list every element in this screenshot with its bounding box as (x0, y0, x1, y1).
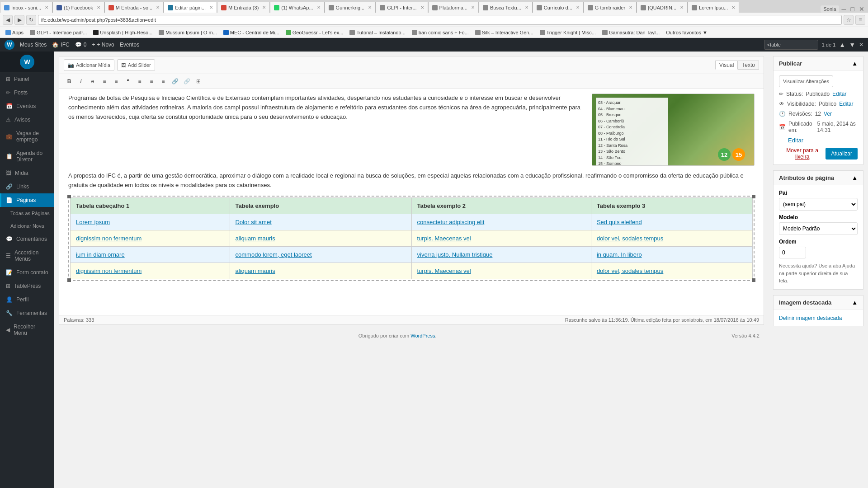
link-button[interactable]: 🔗 (170, 76, 180, 87)
sidebar-item-recolher[interactable]: ◀ Recolher Menu (0, 320, 54, 340)
tab-inbox[interactable]: Inbox - soni... ✕ (0, 2, 52, 13)
align-left-button[interactable]: ≡ (134, 76, 145, 87)
tab-close-misc2[interactable]: ✕ (420, 5, 424, 10)
tab-close-inbox[interactable]: ✕ (45, 5, 48, 10)
sidebar-item-perfil[interactable]: 👤 Perfil (0, 293, 54, 306)
sidebar-item-links[interactable]: 🔗 Links (0, 180, 54, 193)
add-media-button[interactable]: 📷 Adicionar Mídia (64, 59, 114, 71)
cell-link[interactable]: aliquam mauris (236, 235, 275, 242)
refresh-button[interactable]: ↻ (26, 15, 36, 25)
bookmark-gamasutra[interactable]: Gamasutra: Dan Tayl... (599, 28, 662, 37)
cell-link[interactable]: Lorem ipsum (76, 219, 110, 225)
tab-close-misc6[interactable]: ✕ (680, 5, 684, 10)
cell-link[interactable]: dolor vel, sodales tempus (597, 235, 663, 242)
sidebar-item-form[interactable]: 📝 Form contato (0, 266, 54, 279)
sidebar-item-eventos[interactable]: 📅 Eventos (0, 99, 54, 113)
cell-link[interactable]: aliquam mauris (236, 267, 275, 274)
bookmark-unsplash[interactable]: Unsplash | High-Reso... (90, 28, 155, 37)
tab-close-facebook[interactable]: ✕ (97, 5, 100, 10)
close-search-btn[interactable]: ✕ (859, 42, 863, 48)
sidebar-item-tablepress[interactable]: ⊞ TablePress (0, 279, 54, 293)
bookmark-mec[interactable]: MEC - Central de Mi... (221, 28, 282, 37)
tab-facebook[interactable]: (1) Facebook ✕ (52, 2, 104, 13)
cell-link[interactable]: turpis. Maecenas vel (417, 267, 471, 274)
add-slider-button[interactable]: 🖼 Add Slider (117, 59, 155, 71)
tab-text[interactable]: Texto (738, 61, 759, 70)
cell-link[interactable]: dignissim non fermentum (76, 235, 142, 242)
cell-link[interactable]: consectetur adipiscing elit (417, 219, 485, 225)
wp-logo-item[interactable]: W (5, 40, 14, 50)
bookmark-outros[interactable]: Outros favoritos ▼ (663, 28, 710, 37)
sidebar-item-painel[interactable]: ⊞ Painel (0, 72, 54, 86)
tab-misc6[interactable]: [QUADRIN... ✕ (637, 2, 688, 13)
cell-link[interactable]: ium in diam ornare (76, 251, 125, 258)
selection-handle-tr[interactable] (752, 195, 755, 198)
align-center-button[interactable]: ≡ (146, 76, 157, 87)
tab-wp-edit[interactable]: Editar págin... ✕ (164, 2, 217, 13)
published-edit-link[interactable]: Editar (788, 137, 803, 144)
admin-bar-comments[interactable]: 💬 0 (75, 42, 87, 48)
tab-close-misc3[interactable]: ✕ (471, 5, 475, 10)
publish-box-header[interactable]: Publicar ▲ (774, 56, 863, 71)
maximize-btn[interactable]: □ (849, 5, 856, 13)
ordered-list-button[interactable]: ≡ (111, 76, 122, 87)
tab-gmail[interactable]: M Entrada - so... ✕ (104, 2, 164, 13)
page-attributes-header[interactable]: Atributos de página ▲ (774, 171, 863, 185)
tab-close-lorem[interactable]: ✕ (731, 5, 735, 10)
tab-misc2[interactable]: GLPI - Inter... ✕ (376, 2, 428, 13)
tab-close-misc1[interactable]: ✕ (368, 5, 372, 10)
tab-close-tomb[interactable]: ✕ (629, 5, 632, 10)
tab-close-gmail2[interactable]: ✕ (262, 5, 266, 10)
cell-link[interactable]: turpis. Maecenas vel (417, 235, 471, 242)
sidebar-item-avisos[interactable]: ⚠ Avisos (0, 113, 54, 127)
cell-link[interactable]: Sed quis eleifend (597, 219, 642, 225)
admin-bar-events[interactable]: Eventos (120, 42, 139, 48)
forward-button[interactable]: ▶ (14, 15, 24, 25)
bookmark-button[interactable]: ☆ (844, 15, 854, 25)
tab-visual[interactable]: Visual (715, 61, 738, 70)
selection-handle-tl[interactable] (67, 195, 71, 198)
trash-button[interactable]: Mover para a lixeira (779, 147, 826, 160)
admin-bar-new[interactable]: + + Novo (92, 42, 114, 48)
cell-link[interactable]: in quam. In libero (597, 251, 642, 258)
tab-close-gmail[interactable]: ✕ (156, 5, 160, 10)
insert-more-button[interactable]: ⊞ (193, 76, 204, 87)
back-button[interactable]: ◀ (3, 15, 13, 25)
bold-button[interactable]: B (64, 76, 75, 87)
menu-button[interactable]: ≡ (855, 15, 865, 25)
view-changes-button[interactable]: Visualizar Alterações (779, 75, 833, 87)
prev-result-btn[interactable]: ▲ (839, 41, 845, 48)
selection-handle-bl[interactable] (67, 278, 71, 282)
close-browser-btn[interactable]: ✕ (857, 5, 866, 13)
order-input[interactable] (779, 247, 806, 258)
sidebar-item-posts[interactable]: ✏ Posts (0, 86, 54, 99)
bookmark-ban[interactable]: ban comic sans + Fo... (409, 28, 472, 37)
tab-close-misc4[interactable]: ✕ (525, 5, 528, 10)
tab-misc1[interactable]: Gunnerkrig... ✕ (325, 2, 376, 13)
cell-link[interactable]: commodo lorem, eget laoreet (236, 251, 312, 258)
sidebar-item-paginas[interactable]: 📄 Páginas (0, 193, 54, 207)
sidebar-item-accordion[interactable]: ☰ Accordion Menus (0, 246, 54, 266)
tab-misc5[interactable]: Currículo d... ✕ (533, 2, 584, 13)
tab-close-whatsapp[interactable]: ✕ (317, 5, 321, 10)
define-image-link[interactable]: Definir imagem destacada (779, 315, 842, 321)
unordered-list-button[interactable]: ≡ (99, 76, 110, 87)
tab-misc3[interactable]: Plataforma... ✕ (428, 2, 479, 13)
bookmark-tutorial[interactable]: Tutorial – Instalando... (347, 28, 408, 37)
tab-whatsapp[interactable]: (1) WhatsAp... ✕ (270, 2, 324, 13)
bookmark-apps[interactable]: Apps (3, 28, 26, 37)
selection-handle-br[interactable] (752, 278, 755, 282)
tab-lorem[interactable]: Lorem Ipsu... ✕ (688, 2, 739, 13)
model-select[interactable]: Modelo Padrão (779, 222, 858, 235)
tab-close-wp[interactable]: ✕ (209, 5, 213, 10)
strikethrough-button[interactable]: s (87, 76, 98, 87)
revisions-link[interactable]: Ver (824, 111, 832, 117)
align-right-button[interactable]: ≡ (158, 76, 169, 87)
tab-close-misc5[interactable]: ✕ (576, 5, 580, 10)
minimize-btn[interactable]: ─ (840, 5, 848, 13)
italic-button[interactable]: I (75, 76, 86, 87)
editor-content[interactable]: Programas de bolsa de Pesquisa e Iniciaç… (59, 89, 764, 315)
cell-link[interactable]: Dolor sit amet (236, 219, 272, 225)
visibility-edit-link[interactable]: Editar (839, 101, 853, 107)
bookmark-geoguessr[interactable]: GeoGuessr - Let's ex... (283, 28, 346, 37)
